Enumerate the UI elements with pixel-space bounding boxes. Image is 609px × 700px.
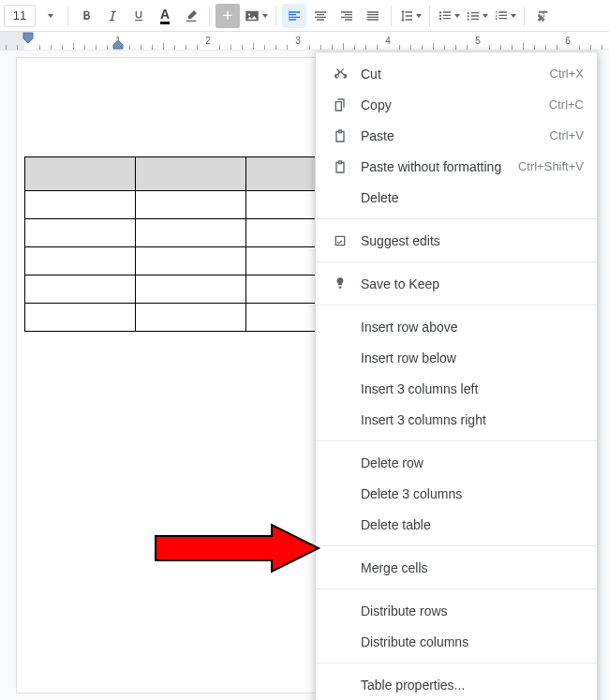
table-row[interactable] bbox=[25, 247, 357, 276]
menu-label: Distribute rows bbox=[329, 603, 584, 618]
align-left-button[interactable] bbox=[282, 4, 306, 28]
menu-label: Merge cells bbox=[329, 560, 584, 575]
menu-label: Insert row above bbox=[329, 320, 584, 335]
underline-button[interactable] bbox=[126, 4, 151, 28]
separator bbox=[209, 6, 210, 26]
menu-label: Paste bbox=[351, 128, 550, 143]
svg-point-1 bbox=[248, 13, 250, 15]
italic-button[interactable] bbox=[100, 4, 125, 28]
menu-divider bbox=[316, 440, 597, 441]
menu-delete-row[interactable]: Delete row bbox=[316, 447, 597, 478]
cut-icon bbox=[329, 67, 351, 82]
menu-label: Insert 3 columns right bbox=[329, 412, 584, 427]
left-indent-marker[interactable] bbox=[22, 32, 35, 48]
menu-label: Insert row below bbox=[329, 350, 584, 365]
menu-label: Copy bbox=[351, 97, 549, 112]
menu-divider bbox=[316, 545, 597, 546]
bulleted-list-button[interactable] bbox=[464, 4, 490, 28]
menu-shortcut: Ctrl+V bbox=[550, 128, 584, 142]
clear-formatting-button[interactable] bbox=[530, 4, 555, 28]
svg-marker-3 bbox=[113, 40, 123, 49]
font-size-input[interactable]: 11 bbox=[4, 5, 36, 27]
keep-icon bbox=[329, 276, 351, 291]
menu-label: Paste without formatting bbox=[351, 159, 518, 174]
checklist-button[interactable] bbox=[436, 4, 462, 28]
document-table[interactable] bbox=[24, 156, 357, 332]
insert-link-button[interactable] bbox=[215, 4, 240, 28]
menu-insert-cols-right[interactable]: Insert 3 columns right bbox=[316, 404, 597, 435]
table-row[interactable] bbox=[25, 191, 357, 219]
menu-distribute-rows[interactable]: Distribute rows bbox=[316, 595, 597, 626]
menu-shortcut: Ctrl+C bbox=[549, 97, 584, 112]
menu-divider bbox=[316, 218, 597, 219]
separator bbox=[524, 6, 525, 26]
menu-delete[interactable]: Delete bbox=[316, 182, 597, 213]
menu-divider bbox=[316, 305, 597, 305]
menu-merge-cells[interactable]: Merge cells bbox=[316, 552, 597, 583]
menu-label: Save to Keep bbox=[351, 276, 584, 291]
paste-icon bbox=[329, 128, 351, 143]
table-row[interactable] bbox=[25, 157, 357, 191]
suggest-edits-icon bbox=[329, 233, 351, 248]
menu-delete-cols[interactable]: Delete 3 columns bbox=[316, 478, 597, 509]
menu-shortcut: Ctrl+X bbox=[550, 67, 584, 81]
menu-cut[interactable]: Cut Ctrl+X bbox=[316, 58, 597, 89]
paste-nofmt-icon bbox=[329, 159, 351, 174]
menu-label: Table properties... bbox=[329, 678, 584, 693]
table-row[interactable] bbox=[25, 276, 357, 304]
align-justify-button[interactable] bbox=[361, 4, 385, 28]
menu-divider bbox=[316, 588, 597, 589]
menu-divider bbox=[316, 261, 597, 262]
table-context-menu: Cut Ctrl+X Copy Ctrl+C Paste Ctrl+V Past… bbox=[315, 52, 598, 700]
font-size-dropdown[interactable] bbox=[37, 4, 62, 28]
menu-insert-row-below[interactable]: Insert row below bbox=[316, 342, 597, 373]
separator bbox=[275, 6, 276, 26]
menu-label: Suggest edits bbox=[351, 233, 584, 248]
align-right-button[interactable] bbox=[334, 4, 359, 28]
highlight-color-button[interactable] bbox=[179, 4, 203, 28]
menu-table-properties[interactable]: Table properties... bbox=[316, 669, 597, 700]
table-row[interactable] bbox=[25, 219, 357, 247]
align-center-button[interactable] bbox=[308, 4, 333, 28]
annotation-arrow bbox=[150, 520, 328, 576]
menu-paste[interactable]: Paste Ctrl+V bbox=[316, 120, 597, 151]
menu-insert-row-above[interactable]: Insert row above bbox=[316, 311, 597, 342]
separator bbox=[391, 6, 392, 26]
menu-distribute-columns[interactable]: Distribute columns bbox=[316, 626, 597, 657]
insert-image-button[interactable] bbox=[242, 4, 270, 28]
table-row[interactable] bbox=[25, 304, 357, 332]
formatting-toolbar: 11 A bbox=[0, 0, 609, 32]
horizontal-ruler: 123456 bbox=[0, 32, 609, 51]
menu-label: Delete row bbox=[329, 455, 584, 470]
separator bbox=[67, 6, 68, 26]
text-color-button[interactable]: A bbox=[153, 4, 177, 28]
svg-marker-2 bbox=[23, 33, 33, 43]
menu-shortcut: Ctrl+Shift+V bbox=[518, 159, 584, 173]
menu-label: Delete table bbox=[329, 517, 584, 532]
menu-save-to-keep[interactable]: Save to Keep bbox=[316, 268, 597, 299]
menu-label: Insert 3 columns left bbox=[329, 381, 584, 396]
menu-delete-table[interactable]: Delete table bbox=[316, 509, 597, 540]
menu-insert-cols-left[interactable]: Insert 3 columns left bbox=[316, 373, 597, 404]
menu-suggest-edits[interactable]: Suggest edits bbox=[316, 225, 597, 256]
svg-marker-4 bbox=[156, 525, 319, 572]
menu-label: Cut bbox=[351, 67, 550, 82]
menu-divider bbox=[316, 663, 597, 663]
copy-icon bbox=[329, 97, 351, 112]
separator bbox=[429, 6, 430, 26]
numbered-list-button[interactable] bbox=[492, 4, 518, 28]
menu-label: Delete bbox=[329, 190, 584, 205]
menu-label: Distribute columns bbox=[329, 634, 584, 649]
bold-button[interactable] bbox=[74, 4, 98, 28]
menu-paste-without-formatting[interactable]: Paste without formatting Ctrl+Shift+V bbox=[316, 151, 597, 182]
menu-copy[interactable]: Copy Ctrl+C bbox=[316, 89, 597, 120]
line-spacing-button[interactable] bbox=[397, 4, 423, 28]
menu-label: Delete 3 columns bbox=[329, 486, 584, 501]
first-line-indent-marker[interactable] bbox=[111, 40, 125, 50]
